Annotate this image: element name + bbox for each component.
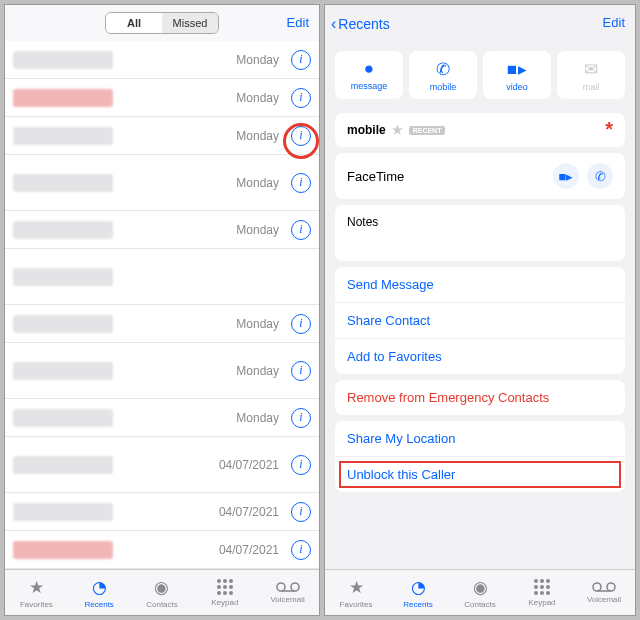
call-row[interactable]: Mondayi	[5, 117, 319, 155]
mail-icon: ✉	[584, 59, 598, 80]
info-icon[interactable]: i	[291, 455, 311, 475]
tab-keypad[interactable]: Keypad	[193, 570, 256, 615]
info-icon[interactable]: i	[291, 173, 311, 193]
action-video[interactable]: ■ ▸video	[483, 51, 551, 99]
call-row[interactable]: 04/07/2021i	[5, 493, 319, 531]
notes-card[interactable]: Notes	[335, 205, 625, 261]
caller-name-blurred	[13, 127, 113, 145]
caller-name-blurred	[13, 503, 113, 521]
mobile-card[interactable]: mobile★RECENT *	[335, 113, 625, 147]
call-list[interactable]: MondayiMondayiMondayiMondayiMondayiMonda…	[5, 41, 319, 569]
voicemail-icon	[592, 581, 616, 593]
caller-name-blurred	[13, 456, 113, 474]
info-icon[interactable]: i	[291, 126, 311, 146]
remove-emergency[interactable]: Remove from Emergency Contacts	[335, 380, 625, 415]
video-icon: ■▸	[559, 169, 574, 184]
svg-point-9	[277, 583, 285, 591]
keypad-icon	[533, 578, 551, 596]
svg-point-3	[217, 585, 221, 589]
call-date: 04/07/2021	[219, 505, 279, 519]
emergency-menu: Remove from Emergency Contacts	[335, 380, 625, 415]
call-date: Monday	[236, 364, 279, 378]
info-icon[interactable]: i	[291, 540, 311, 560]
edit-button[interactable]: Edit	[603, 15, 625, 30]
caller-name-blurred	[13, 51, 113, 69]
tab-contacts[interactable]: ◉Contacts	[449, 570, 511, 615]
call-row[interactable]: Mondayi	[5, 211, 319, 249]
info-icon[interactable]: i	[291, 314, 311, 334]
caller-name-blurred	[13, 89, 113, 107]
call-row[interactable]: Mondayi	[5, 79, 319, 117]
segment-all[interactable]: All	[106, 13, 162, 33]
unblock-caller[interactable]: Unblock this Caller	[335, 457, 625, 492]
tab-contacts[interactable]: ◉Contacts	[131, 570, 194, 615]
svg-point-21	[593, 583, 601, 591]
tab-keypad[interactable]: Keypad	[511, 570, 573, 615]
svg-point-10	[291, 583, 299, 591]
send-message[interactable]: Send Message	[335, 267, 625, 303]
video-icon: ■ ▸	[507, 59, 527, 80]
caller-name-blurred	[13, 268, 113, 286]
svg-point-15	[534, 585, 538, 589]
info-icon[interactable]: i	[291, 502, 311, 522]
facetime-audio-button[interactable]: ✆	[587, 163, 613, 189]
tab-favorites[interactable]: ★Favorites	[325, 570, 387, 615]
call-date: Monday	[236, 91, 279, 105]
clock-icon: ◔	[411, 577, 426, 598]
edit-button[interactable]: Edit	[287, 15, 309, 30]
call-row[interactable]: 04/07/2021i	[5, 437, 319, 493]
back-button[interactable]: ‹Recents	[331, 15, 390, 33]
call-row[interactable]	[5, 249, 319, 305]
call-date: 04/07/2021	[219, 458, 279, 472]
call-date: Monday	[236, 411, 279, 425]
contact-icon: ◉	[154, 577, 169, 598]
caller-name-blurred	[13, 315, 113, 333]
segment-missed[interactable]: Missed	[162, 13, 218, 33]
call-row[interactable]: Mondayi	[5, 399, 319, 437]
tab-favorites[interactable]: ★Favorites	[5, 570, 68, 615]
call-row[interactable]: Mondayi	[5, 343, 319, 399]
svg-point-2	[229, 579, 233, 583]
share-location[interactable]: Share My Location	[335, 421, 625, 457]
header: All Missed Edit	[5, 5, 319, 41]
svg-point-8	[229, 591, 233, 595]
info-icon[interactable]: i	[291, 220, 311, 240]
svg-point-19	[540, 591, 544, 595]
action-mobile[interactable]: ✆mobile	[409, 51, 477, 99]
info-icon[interactable]: i	[291, 408, 311, 428]
tab-voicemail[interactable]: Voicemail	[256, 570, 319, 615]
tab-voicemail[interactable]: Voicemail	[573, 570, 635, 615]
clock-icon: ◔	[92, 577, 107, 598]
tab-recents[interactable]: ◔Recents	[68, 570, 131, 615]
svg-point-13	[540, 579, 544, 583]
svg-point-6	[217, 591, 221, 595]
call-row[interactable]: Mondayi	[5, 155, 319, 211]
detail-content[interactable]: ●message ✆mobile ■ ▸video ✉mail mobile★R…	[325, 43, 635, 569]
action-buttons: ●message ✆mobile ■ ▸video ✉mail	[325, 43, 635, 107]
svg-point-1	[223, 579, 227, 583]
call-row[interactable]: Mondayi	[5, 41, 319, 79]
caller-name-blurred	[13, 409, 113, 427]
svg-point-18	[534, 591, 538, 595]
header: ‹Recents Edit	[325, 5, 635, 43]
caller-name-blurred	[13, 541, 113, 559]
star-icon: ★	[349, 577, 364, 598]
call-row[interactable]: 04/07/2021i	[5, 531, 319, 569]
info-icon[interactable]: i	[291, 50, 311, 70]
call-date: Monday	[236, 317, 279, 331]
star-icon: ★	[392, 123, 403, 137]
info-icon[interactable]: i	[291, 361, 311, 381]
tab-recents[interactable]: ◔Recents	[387, 570, 449, 615]
caller-name-blurred	[13, 221, 113, 239]
share-contact[interactable]: Share Contact	[335, 303, 625, 339]
voicemail-icon	[276, 581, 300, 593]
call-row[interactable]: Mondayi	[5, 305, 319, 343]
add-to-favorites[interactable]: Add to Favorites	[335, 339, 625, 374]
contact-icon: ◉	[473, 577, 488, 598]
info-icon[interactable]: i	[291, 88, 311, 108]
tab-bar: ★Favorites ◔Recents ◉Contacts Keypad Voi…	[5, 569, 319, 615]
caller-name-blurred	[13, 362, 113, 380]
svg-point-12	[534, 579, 538, 583]
action-message[interactable]: ●message	[335, 51, 403, 99]
facetime-video-button[interactable]: ■▸	[553, 163, 579, 189]
